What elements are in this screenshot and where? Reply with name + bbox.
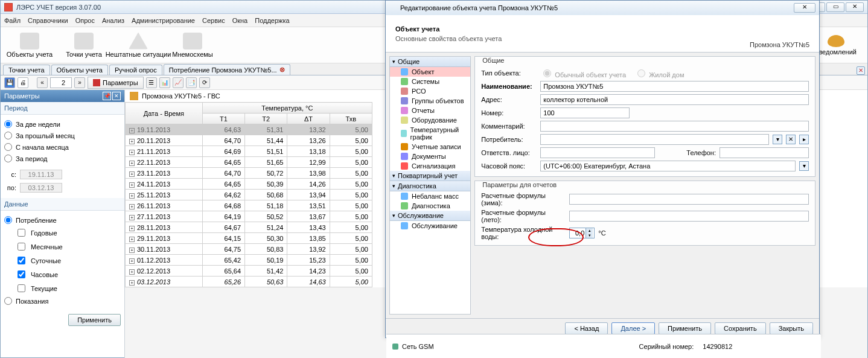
readings-radio[interactable] [4,297,12,305]
consumer-next-button[interactable]: ▸ [799,135,809,144]
max-button[interactable]: ▭ [826,2,844,12]
tree-item-0-1[interactable]: Системы [390,77,470,86]
check-2[interactable] [18,257,25,264]
table-row[interactable]: +29.11.201364,1550,3013,855,00 [126,233,372,244]
tab-0[interactable]: Точки учета [3,65,50,75]
consumer-input[interactable] [540,134,769,145]
table-row[interactable]: +22.11.201364,6551,6512,995,00 [126,157,372,168]
consumption-radio[interactable] [4,216,12,224]
dlg-btn-3[interactable]: Сохранить [715,322,766,334]
toolbar-btn-3[interactable]: Мнемосхемы [168,31,217,59]
expand-icon[interactable]: + [129,161,135,166]
apply-button[interactable]: Применить [68,314,121,326]
comment-input[interactable] [540,121,809,132]
menu-Опрос[interactable]: Опрос [75,17,95,24]
notifications-button[interactable]: уведомлений [815,35,863,56]
lp-close-button[interactable]: ✕ [112,92,121,100]
table-row[interactable]: +23.11.201364,7050,7213,985,00 [126,168,372,179]
check-4[interactable] [18,284,25,292]
toolbar-btn-0[interactable]: Объекты учета [5,31,54,59]
period-radio-3[interactable] [4,155,12,162]
tree-item-3-0[interactable]: Обслуживание [390,221,470,231]
consumer-dropdown-button[interactable]: ▾ [773,135,782,144]
tree-item-0-3[interactable]: Группы объектов [390,96,470,106]
check-3[interactable] [18,270,25,278]
cold-water-temp-spinner[interactable]: ▴▾ [569,228,595,238]
tree-item-0-0[interactable]: Объект [390,67,470,77]
dlg-btn-2[interactable]: Применить [659,322,711,334]
tree-item-2-1[interactable]: Диагностика [390,201,470,211]
tab-3[interactable]: Потребление Промзона УКУТ№5...⊗ [164,64,290,75]
table-row[interactable]: +30.11.201364,7550,8313,925,00 [126,244,372,255]
save-button[interactable]: 💾 [4,77,15,88]
menu-Файл[interactable]: Файл [4,17,21,24]
dialog-close-button[interactable]: ✕ [794,3,815,13]
menu-Администрирование[interactable]: Администрирование [132,17,195,24]
tab-2[interactable]: Ручной опрос [109,65,162,75]
table-row[interactable]: +02.12.201365,6451,4214,235,00 [126,266,372,276]
expand-icon[interactable]: + [129,128,135,133]
table-row[interactable]: +01.12.201365,4250,1915,235,00 [126,255,372,266]
winter-formula-input[interactable] [569,194,809,205]
t4-button[interactable]: 📑 [186,77,197,88]
tab-1[interactable]: Объекты учета [51,65,108,75]
lp-pin-icon[interactable]: 📌 [103,92,111,100]
toolbar-btn-2[interactable]: Нештатные ситуации [114,31,162,59]
toolbar-btn-1[interactable]: Точки учета [60,31,108,59]
dlg-btn-0[interactable]: < Назад [565,322,608,334]
menu-Анализ[interactable]: Анализ [102,17,124,24]
expand-icon[interactable]: + [129,182,135,188]
tree-group-3[interactable]: ▾Обслуживание [390,211,470,221]
expand-icon[interactable]: + [129,204,135,209]
params-button[interactable]: Параметры [88,77,144,89]
address-input[interactable] [540,94,809,105]
table-row[interactable]: +24.11.201364,6550,3914,265,00 [126,179,372,190]
tree-item-0-9[interactable]: Сигнализация [390,161,470,171]
tab-close-icon[interactable]: ⊗ [279,66,285,74]
dlg-btn-4[interactable]: Закрыть [770,322,813,334]
table-row[interactable]: +20.11.201364,7051,4413,265,00 [126,135,372,146]
timezone-dropdown-button[interactable]: ▾ [799,161,809,171]
menu-Окна[interactable]: Окна [232,17,248,24]
name-input[interactable] [540,81,809,92]
expand-icon[interactable]: + [129,269,135,275]
tree-item-0-5[interactable]: Оборудование [390,115,470,125]
t1-button[interactable]: ☰ [146,77,157,88]
close-all-tabs-button[interactable]: ✕ [857,66,865,75]
period-radio-0[interactable] [4,120,12,128]
tree-item-0-6[interactable]: Температурный график [390,125,470,142]
expand-icon[interactable]: + [129,150,135,155]
check-0[interactable] [18,229,25,237]
print-button[interactable]: 🖨 [18,77,28,88]
menu-Справочники[interactable]: Справочники [28,17,68,24]
expand-icon[interactable]: + [129,193,135,199]
table-row[interactable]: +03.12.201365,2650,6314,635,00 [126,276,372,287]
menu-Сервис[interactable]: Сервис [202,17,225,24]
page-last-button[interactable]: » [74,77,85,88]
table-row[interactable]: +28.11.201364,6751,2413,435,00 [126,222,372,233]
t2-button[interactable]: 📊 [159,77,170,88]
summer-formula-input[interactable] [569,211,809,222]
period-radio-1[interactable] [4,132,12,139]
page-first-button[interactable]: « [37,77,48,88]
consumer-clear-button[interactable]: ✕ [786,135,796,144]
tree-group-2[interactable]: ▾Диагностика [390,181,470,191]
responsible-input[interactable] [540,147,655,158]
date-from-input[interactable] [20,170,62,179]
tree-group-1[interactable]: ▾Поквартирный учет [390,171,470,181]
expand-icon[interactable]: + [129,258,135,264]
date-to-input[interactable] [20,183,62,193]
tree-item-0-2[interactable]: РСО [390,86,470,96]
expand-icon[interactable]: + [129,248,135,253]
menu-Поддержка[interactable]: Поддержка [255,17,289,24]
dlg-btn-1[interactable]: Далее > [611,322,655,334]
close-button[interactable]: ✕ [846,2,864,12]
tree-group-0[interactable]: ▾Общие [390,57,470,67]
tree-item-0-4[interactable]: Отчеты [390,106,470,115]
t5-button[interactable]: ⟳ [199,77,210,88]
expand-icon[interactable]: + [129,215,135,220]
period-radio-2[interactable] [4,143,12,151]
expand-icon[interactable]: + [129,171,135,177]
table-row[interactable]: +21.11.201364,6951,5113,185,00 [126,146,372,157]
expand-icon[interactable]: + [129,226,135,231]
